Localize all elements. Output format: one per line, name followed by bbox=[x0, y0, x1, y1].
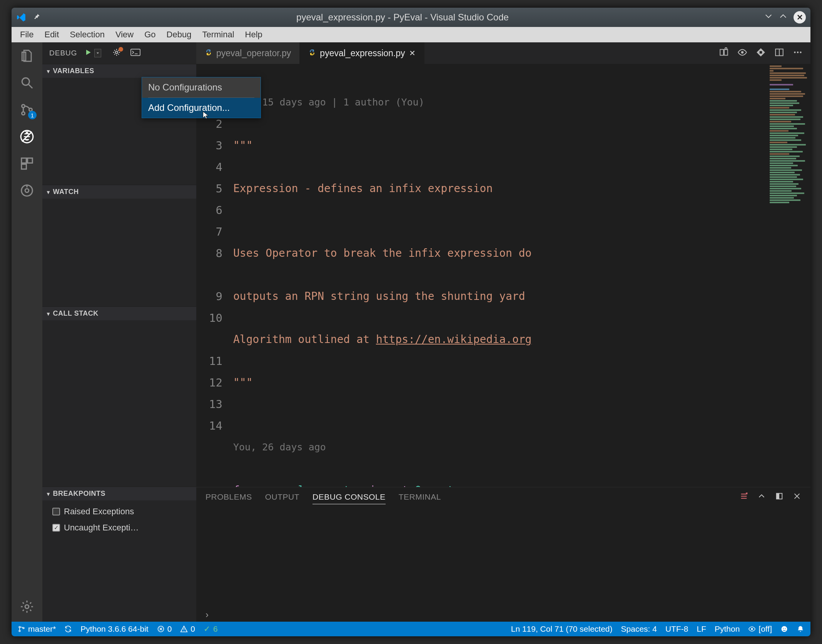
compare-changes-icon[interactable] bbox=[719, 47, 729, 59]
breakpoint-row[interactable]: ✓ Uncaught Excepti… bbox=[48, 520, 191, 536]
collapse-panel-icon[interactable] bbox=[757, 492, 766, 502]
warnings-status[interactable]: 0 bbox=[180, 624, 195, 634]
clear-console-icon[interactable] bbox=[740, 492, 748, 502]
debug-console-input-prompt[interactable]: › bbox=[196, 608, 810, 622]
editor-area: pyeval_operator.py pyeval_expression.py … bbox=[196, 42, 810, 622]
panel-tab-terminal[interactable]: TERMINAL bbox=[399, 490, 441, 504]
menu-view[interactable]: View bbox=[111, 28, 138, 41]
minimize-button[interactable] bbox=[764, 12, 773, 23]
checks-status[interactable]: ✓6 bbox=[204, 624, 218, 634]
chevron-right-icon: › bbox=[206, 609, 209, 620]
menu-selection[interactable]: Selection bbox=[65, 28, 109, 41]
debug-config-dropdown: No Configurations Add Configuration... bbox=[142, 77, 261, 118]
close-button[interactable]: ✕ bbox=[794, 11, 806, 23]
start-debug-button[interactable] bbox=[84, 49, 92, 58]
panel-tab-output[interactable]: OUTPUT bbox=[265, 490, 299, 504]
menu-file[interactable]: File bbox=[15, 28, 38, 41]
encoding-status[interactable]: UTF-8 bbox=[665, 624, 688, 634]
minimap[interactable] bbox=[768, 64, 810, 487]
tab-label: pyeval_expression.py bbox=[320, 48, 405, 59]
close-tab-icon[interactable]: ✕ bbox=[409, 49, 416, 58]
svg-point-33 bbox=[19, 630, 20, 632]
callstack-section-header[interactable]: ▾ CALL STACK bbox=[42, 306, 196, 320]
activity-bar: 1 bbox=[12, 42, 42, 622]
breakpoints-section-header[interactable]: ▾ BREAKPOINTS bbox=[42, 487, 196, 500]
code-editor[interactable]: 1 2 3 4 5 6 7 8 9 10 11 12 13 14 bbox=[196, 64, 810, 487]
menu-terminal[interactable]: Terminal bbox=[197, 28, 239, 41]
git-branch-status[interactable]: master* bbox=[18, 624, 56, 634]
svg-point-0 bbox=[22, 78, 29, 85]
live-share-status[interactable]: [off] bbox=[748, 624, 772, 634]
svg-line-1 bbox=[29, 85, 33, 89]
more-actions-icon[interactable] bbox=[793, 47, 803, 59]
line-number-gutter: 1 2 3 4 5 6 7 8 9 10 11 12 13 14 bbox=[196, 64, 233, 487]
extensions-icon[interactable] bbox=[19, 156, 35, 172]
menu-go[interactable]: Go bbox=[140, 28, 160, 41]
svg-rect-16 bbox=[720, 49, 723, 55]
svg-rect-17 bbox=[724, 49, 728, 55]
debug-console-body[interactable] bbox=[196, 507, 810, 608]
debug-settings-icon[interactable] bbox=[112, 48, 121, 59]
menu-edit[interactable]: Edit bbox=[40, 28, 63, 41]
dropdown-item-no-config[interactable]: No Configurations bbox=[142, 77, 261, 97]
checkbox-icon[interactable] bbox=[52, 508, 60, 515]
menu-debug[interactable]: Debug bbox=[162, 28, 196, 41]
eol-status[interactable]: LF bbox=[697, 624, 706, 634]
settings-gear-icon[interactable] bbox=[19, 599, 35, 615]
tab-bar: pyeval_operator.py pyeval_expression.py … bbox=[196, 42, 810, 64]
svg-point-25 bbox=[800, 52, 801, 53]
svg-point-18 bbox=[725, 48, 727, 50]
bottom-panel: PROBLEMS OUTPUT DEBUG CONSOLE TERMINAL › bbox=[196, 487, 810, 622]
code-lens[interactable]: You, 15 days ago | 1 author (You) bbox=[233, 92, 768, 113]
dropdown-item-add-config[interactable]: Add Configuration... bbox=[142, 98, 261, 118]
watch-section-header[interactable]: ▾ WATCH bbox=[42, 185, 196, 199]
title-bar: pyeval_expression.py - PyEval - Visual S… bbox=[12, 8, 810, 27]
svg-rect-7 bbox=[22, 158, 27, 163]
menu-help[interactable]: Help bbox=[241, 28, 267, 41]
tab-pyeval-operator[interactable]: pyeval_operator.py bbox=[196, 42, 300, 64]
panel-tab-debug-console[interactable]: DEBUG CONSOLE bbox=[312, 490, 386, 504]
source-control-icon[interactable]: 1 bbox=[19, 102, 35, 118]
feedback-icon[interactable] bbox=[780, 625, 788, 633]
svg-point-43 bbox=[785, 628, 785, 629]
indentation-status[interactable]: Spaces: 4 bbox=[621, 624, 657, 634]
toggle-preview-icon[interactable] bbox=[737, 47, 747, 59]
gitlens-icon[interactable] bbox=[19, 182, 35, 199]
breakpoints-section-body: Raised Exceptions ✓ Uncaught Excepti… bbox=[42, 500, 196, 622]
cursor-position-status[interactable]: Ln 119, Col 71 (70 selected) bbox=[511, 624, 613, 634]
panel-tab-problems[interactable]: PROBLEMS bbox=[206, 490, 252, 504]
breakpoint-row[interactable]: Raised Exceptions bbox=[48, 503, 191, 520]
notifications-icon[interactable] bbox=[797, 625, 804, 633]
language-mode-status[interactable]: Python bbox=[715, 624, 740, 634]
debug-config-dropdown-button[interactable] bbox=[94, 49, 101, 57]
explorer-icon[interactable] bbox=[19, 48, 35, 64]
svg-point-42 bbox=[783, 628, 784, 629]
collapse-icon: ▾ bbox=[47, 189, 50, 195]
breakpoint-label: Raised Exceptions bbox=[64, 507, 134, 517]
errors-status[interactable]: 0 bbox=[157, 624, 172, 634]
sync-status[interactable] bbox=[64, 625, 72, 633]
maximize-panel-icon[interactable] bbox=[775, 492, 784, 502]
svg-point-41 bbox=[782, 626, 787, 632]
svg-point-13 bbox=[25, 605, 29, 609]
code-lens[interactable]: You, 26 days ago bbox=[233, 437, 768, 458]
search-icon[interactable] bbox=[19, 75, 35, 91]
maximize-button[interactable] bbox=[779, 12, 787, 23]
svg-rect-20 bbox=[760, 51, 762, 54]
python-file-icon bbox=[308, 48, 316, 59]
code-content[interactable]: You, 15 days ago | 1 author (You) """ Ex… bbox=[233, 64, 768, 487]
debug-console-icon[interactable] bbox=[130, 49, 140, 58]
pin-icon[interactable] bbox=[33, 13, 41, 22]
svg-point-32 bbox=[19, 626, 20, 628]
scm-badge: 1 bbox=[28, 111, 37, 119]
window-title: pyeval_expression.py - PyEval - Visual S… bbox=[41, 12, 764, 23]
split-editor-icon[interactable] bbox=[774, 47, 784, 59]
debug-icon[interactable] bbox=[19, 129, 35, 145]
close-panel-icon[interactable] bbox=[793, 492, 801, 502]
checkbox-checked-icon[interactable]: ✓ bbox=[52, 524, 60, 532]
open-changes-icon[interactable] bbox=[756, 47, 766, 59]
python-file-icon bbox=[205, 48, 212, 59]
variables-section-header[interactable]: ▾ VARIABLES bbox=[42, 64, 196, 78]
python-interpreter-status[interactable]: Python 3.6.6 64-bit bbox=[80, 624, 148, 634]
tab-pyeval-expression[interactable]: pyeval_expression.py ✕ bbox=[300, 42, 424, 64]
